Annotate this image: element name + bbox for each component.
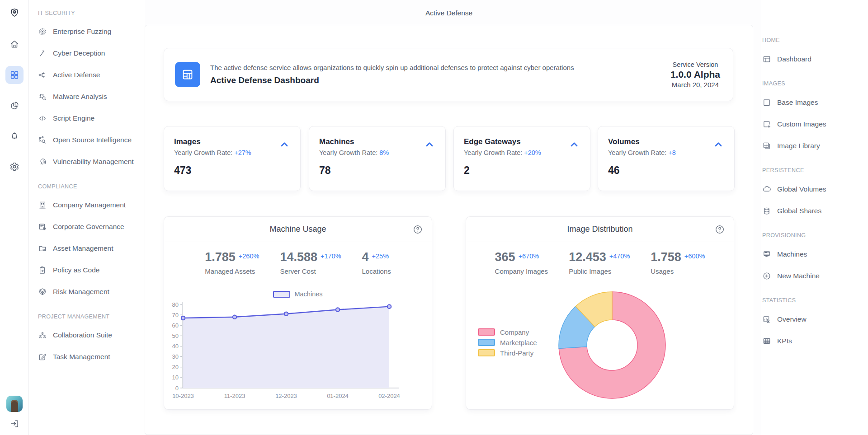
nav-item-overview[interactable]: Overview bbox=[761, 309, 868, 330]
nav-section-project-management: PROJECT MANAGEMENT Collaboration Suite bbox=[29, 312, 145, 368]
chevron-up-icon[interactable] bbox=[712, 138, 724, 150]
nav-item-enterprise-fuzzing[interactable]: Enterprise Fuzzing bbox=[29, 21, 145, 42]
building-icon bbox=[38, 201, 47, 210]
users-icon bbox=[38, 331, 47, 340]
stat-title: Machines bbox=[319, 137, 435, 146]
machine-usage-card: Machine Usage 1.785+260% Managed Assets … bbox=[164, 216, 432, 410]
section-label: PROJECT MANAGEMENT bbox=[29, 312, 145, 321]
nav-item-image-library[interactable]: Image Library bbox=[761, 135, 868, 157]
svg-text:80: 80 bbox=[172, 301, 179, 308]
nav-item-collaboration-suite[interactable]: Collaboration Suite bbox=[29, 324, 145, 346]
nav-section-images: IMAGES Base Images Custom Images Image L… bbox=[761, 79, 868, 157]
nav-item-new-machine[interactable]: New Machine bbox=[761, 265, 868, 287]
bug-search-icon bbox=[38, 92, 47, 101]
document-gear-icon bbox=[38, 222, 47, 231]
service-description: The active defense service allows organi… bbox=[210, 64, 670, 71]
stat-title: Edge Gateways bbox=[464, 137, 580, 146]
section-label: IMAGES bbox=[761, 79, 868, 88]
nav-item-active-defense[interactable]: Active Defense bbox=[29, 64, 145, 86]
dashboard-layout-icon bbox=[762, 55, 771, 64]
task-edit-icon bbox=[38, 352, 47, 361]
stat-growth: Yearly Growth Rate: 8% bbox=[319, 149, 435, 156]
chevron-up-icon[interactable] bbox=[424, 138, 435, 150]
card-title: Machine Usage bbox=[269, 225, 326, 234]
svg-text:30: 30 bbox=[172, 353, 179, 360]
nav-item-open-source-intelligence[interactable]: Open Source Intelligence bbox=[29, 129, 145, 151]
sign-in-icon[interactable] bbox=[5, 415, 24, 433]
nav-item-dashboard[interactable]: Dashboard bbox=[761, 48, 868, 70]
dashboard-title: Active Defense Dashboard bbox=[210, 75, 670, 85]
image-distribution-card: Image Distribution 365+670% Company Imag… bbox=[466, 216, 734, 410]
clipboard-arrow-icon bbox=[38, 266, 47, 275]
chevron-up-icon[interactable] bbox=[278, 138, 290, 150]
section-label: COMPLIANCE bbox=[29, 182, 145, 191]
svg-text:50: 50 bbox=[172, 332, 179, 339]
database-icon bbox=[762, 206, 771, 215]
nav-item-malware-analysis[interactable]: Malware Analysis bbox=[29, 86, 145, 108]
service-version-value: 1.0.0 Alpha bbox=[670, 69, 720, 80]
image-distribution-donut-chart bbox=[466, 217, 735, 410]
stat-card-machines: Machines Yearly Growth Rate: 8% 78 bbox=[309, 126, 446, 191]
line-chart-legend[interactable]: Machines bbox=[164, 290, 432, 298]
fingerprint-icon bbox=[38, 157, 47, 166]
stat-group-locations: 4+25% Locations bbox=[362, 250, 391, 275]
server-icon bbox=[762, 250, 771, 259]
icon-rail bbox=[0, 0, 29, 435]
nav-item-task-management[interactable]: Task Management bbox=[29, 346, 145, 368]
nav-section-home: HOME Dashboard bbox=[761, 36, 868, 70]
branch-icon bbox=[38, 49, 47, 58]
nav-item-company-management[interactable]: Company Management bbox=[29, 194, 145, 216]
nav-item-machines[interactable]: Machines bbox=[761, 243, 868, 265]
svg-text:10-2023: 10-2023 bbox=[172, 393, 194, 399]
square-icon bbox=[762, 98, 771, 107]
flow-split-icon bbox=[38, 70, 47, 80]
growth-value: 8% bbox=[379, 149, 389, 156]
section-label: STATISTICS bbox=[761, 296, 868, 305]
svg-text:20: 20 bbox=[172, 364, 179, 370]
nav-item-cyber-deception[interactable]: Cyber Deception bbox=[29, 42, 145, 64]
nav-item-global-volumes[interactable]: Global Volumes bbox=[761, 178, 868, 200]
folder-icon bbox=[38, 244, 47, 253]
legend-label: Machines bbox=[294, 290, 322, 298]
code-icon bbox=[38, 114, 47, 123]
growth-value: +8 bbox=[668, 149, 676, 156]
stat-growth: Yearly Growth Rate: +8 bbox=[608, 149, 724, 156]
user-avatar[interactable] bbox=[6, 396, 23, 412]
service-version-block: Service Version 1.0.0 Alpha March 20, 20… bbox=[670, 61, 720, 89]
stat-value: 78 bbox=[319, 164, 435, 177]
app-logo-shield-icon[interactable] bbox=[5, 4, 24, 22]
growth-value: +27% bbox=[234, 149, 251, 156]
stat-group-managed-assets: 1.785+260% Managed Assets bbox=[205, 250, 259, 275]
settings-gear-icon[interactable] bbox=[5, 158, 24, 176]
report-icon bbox=[762, 315, 771, 324]
nav-item-policy-as-code[interactable]: Policy as Code bbox=[29, 259, 145, 281]
nav-item-asset-management[interactable]: Asset Management bbox=[29, 238, 145, 259]
nav-item-kpis[interactable]: KPIs bbox=[761, 330, 868, 352]
nav-section-persistence: PERSISTENCE Global Volumes Global Shares bbox=[761, 166, 868, 222]
svg-text:02-2024: 02-2024 bbox=[378, 393, 400, 399]
svg-text:01-2024: 01-2024 bbox=[327, 393, 349, 399]
stat-growth: Yearly Growth Rate: +27% bbox=[174, 149, 290, 156]
stat-card-volumes: Volumes Yearly Growth Rate: +8 46 bbox=[598, 126, 735, 191]
network-search-icon bbox=[38, 136, 47, 145]
svg-text:40: 40 bbox=[172, 343, 179, 350]
svg-text:12-2023: 12-2023 bbox=[275, 393, 297, 399]
stat-title: Volumes bbox=[608, 137, 724, 146]
nav-item-vulnerability-management[interactable]: Vulnerability Management bbox=[29, 151, 145, 173]
stat-value: 473 bbox=[174, 164, 290, 177]
nav-item-custom-images[interactable]: Custom Images bbox=[761, 113, 868, 135]
nav-item-script-engine[interactable]: Script Engine bbox=[29, 108, 145, 129]
nav-item-global-shares[interactable]: Global Shares bbox=[761, 200, 868, 222]
chevron-up-icon[interactable] bbox=[568, 138, 580, 150]
notifications-bell-icon[interactable] bbox=[5, 127, 24, 145]
apps-grid-icon[interactable] bbox=[5, 66, 24, 84]
nav-item-base-images[interactable]: Base Images bbox=[761, 92, 868, 113]
nav-item-risk-management[interactable]: Risk Management bbox=[29, 281, 145, 303]
target-icon bbox=[38, 27, 47, 36]
nav-item-corporate-governance[interactable]: Corporate Governance bbox=[29, 216, 145, 238]
home-icon[interactable] bbox=[5, 35, 24, 53]
help-question-icon[interactable] bbox=[413, 225, 423, 234]
pie-chart-icon[interactable] bbox=[5, 97, 24, 115]
grid-stack-icon bbox=[762, 141, 771, 150]
nav-section-compliance: COMPLIANCE Company Management Corporate … bbox=[29, 182, 145, 303]
